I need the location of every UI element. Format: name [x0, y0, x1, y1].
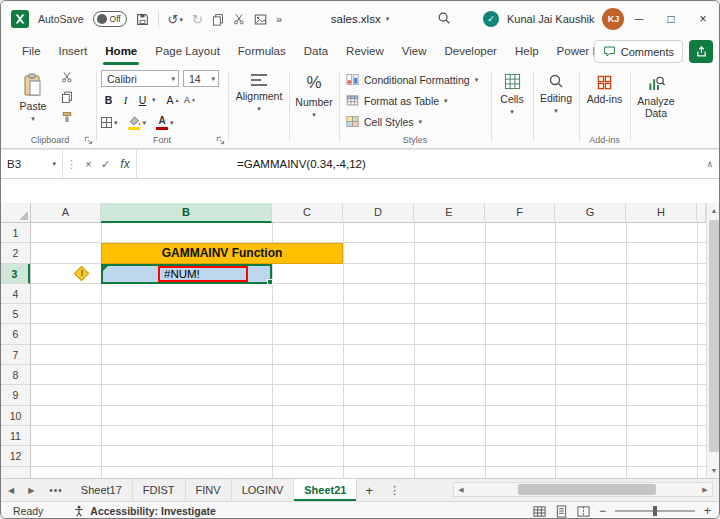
enter-button[interactable]: ✓ [97, 158, 114, 171]
font-color-button[interactable]: A ▾ [156, 116, 174, 130]
decrease-font-button[interactable]: A▼ [183, 92, 198, 108]
number-button[interactable]: % Number ▾ [290, 65, 338, 148]
undo-button[interactable]: ↺ ▾ [168, 13, 183, 26]
bold-button[interactable]: B [101, 92, 116, 108]
row-header-2[interactable]: 2 [1, 243, 30, 263]
alignment-button[interactable]: Alignment ▾ [229, 65, 289, 148]
sheet-tab-sheet17[interactable]: Sheet17 [71, 479, 133, 501]
row-header-1[interactable]: 1 [1, 223, 30, 243]
underline-button[interactable]: U [135, 92, 150, 108]
more-sheets-icon[interactable]: ••• [41, 479, 71, 501]
vertical-scrollbar-thumb[interactable] [709, 220, 719, 452]
editing-button[interactable]: Editing ▾ [534, 65, 578, 148]
copy-button[interactable] [61, 91, 73, 103]
scroll-left-icon[interactable]: ◀ [454, 486, 468, 494]
formula-input[interactable]: =GAMMAINV(0.34,-4,12) [237, 158, 366, 170]
page-layout-view-icon[interactable] [555, 505, 568, 518]
row-header-12[interactable]: 12 [1, 446, 30, 466]
scroll-right-icon[interactable]: ▶ [698, 486, 712, 494]
column-header-g[interactable]: G [555, 203, 626, 223]
sheet-tab-fdist[interactable]: FDIST [133, 479, 186, 501]
analyze-data-button[interactable]: Analyze Data [631, 65, 681, 148]
column-header-a[interactable]: A [31, 203, 101, 223]
cancel-button[interactable]: × [80, 158, 97, 170]
normal-view-icon[interactable] [533, 505, 546, 518]
share-button[interactable] [689, 40, 713, 63]
increase-font-button[interactable]: A▲ [166, 92, 181, 108]
row-header-11[interactable]: 11 [1, 426, 30, 446]
font-dialog-launcher-icon[interactable] [216, 136, 225, 145]
cells-button[interactable]: Cells ▾ [492, 65, 532, 148]
document-title[interactable]: sales.xlsx ▾ [331, 1, 389, 37]
page-break-view-icon[interactable] [577, 505, 590, 518]
format-painter-button[interactable] [61, 111, 73, 123]
previous-sheet-icon[interactable]: ◀ [1, 479, 21, 501]
comments-button[interactable]: Comments [594, 40, 683, 63]
column-header-f[interactable]: F [485, 203, 555, 223]
sheet-options-icon[interactable]: ⋮ [381, 479, 408, 501]
clipboard-dialog-launcher-icon[interactable] [84, 136, 93, 145]
more-commands-button[interactable]: » [276, 14, 282, 25]
tab-developer[interactable]: Developer [436, 37, 506, 65]
formula-bar-handle[interactable]: ⋮ [63, 158, 80, 171]
font-size-combo[interactable]: 14▾ [183, 70, 219, 87]
row-header-5[interactable]: 5 [1, 304, 30, 324]
font-family-combo[interactable]: Calibri▾ [101, 70, 179, 87]
tab-home[interactable]: Home [96, 37, 146, 65]
insert-function-button[interactable]: fx [114, 157, 136, 171]
row-header-3[interactable]: 3 [1, 264, 30, 284]
new-sheet-button[interactable]: + [357, 479, 381, 501]
scroll-down-icon[interactable]: ▼ [707, 463, 720, 478]
row-header-6[interactable]: 6 [1, 324, 30, 344]
select-all-corner[interactable] [1, 203, 31, 223]
tab-view[interactable]: View [393, 37, 436, 65]
maximize-button[interactable]: □ [655, 1, 687, 37]
column-header-b[interactable]: B [101, 203, 272, 223]
italic-button[interactable]: I [118, 92, 133, 108]
row-header-9[interactable]: 9 [1, 385, 30, 405]
minimize-button[interactable]: ─ [623, 1, 655, 37]
redo-button[interactable]: ↻ [192, 13, 203, 26]
tab-data[interactable]: Data [295, 37, 337, 65]
column-header-c[interactable]: C [272, 203, 343, 223]
error-options-button[interactable]: ! [75, 267, 89, 281]
horizontal-scrollbar[interactable]: ◀ ▶ [453, 482, 713, 497]
row-header-8[interactable]: 8 [1, 365, 30, 385]
banner-cell-b2[interactable]: GAMMAINV Function [101, 243, 343, 263]
zoom-in-button[interactable]: + [704, 504, 711, 518]
row-header-10[interactable]: 10 [1, 406, 30, 426]
tab-page-layout[interactable]: Page Layout [146, 37, 229, 65]
next-sheet-icon[interactable]: ▶ [21, 479, 41, 501]
tab-insert[interactable]: Insert [50, 37, 97, 65]
column-header-h[interactable]: H [626, 203, 697, 223]
name-box[interactable]: B3 ▾ [1, 150, 63, 178]
borders-button[interactable]: ▾ [101, 117, 118, 128]
save-button[interactable] [136, 13, 149, 26]
cells-area[interactable]: GAMMAINV Function #NUM! ! [31, 223, 706, 478]
picture-button[interactable] [254, 13, 267, 26]
tab-help[interactable]: Help [506, 37, 548, 65]
format-as-table-button[interactable]: Format as Table ▾ [340, 90, 490, 111]
cut-button[interactable] [233, 13, 245, 25]
tab-formulas[interactable]: Formulas [229, 37, 295, 65]
copy-button[interactable] [212, 13, 224, 26]
user-name[interactable]: Kunal Jai Kaushik [507, 13, 594, 25]
row-header-7[interactable]: 7 [1, 345, 30, 365]
sheet-tab-finv[interactable]: FINV [186, 479, 232, 501]
zoom-out-button[interactable]: − [599, 504, 606, 518]
column-header-partial[interactable] [697, 203, 706, 223]
close-button[interactable]: × [687, 1, 719, 37]
selected-cell-b3[interactable]: #NUM! [101, 264, 272, 285]
zoom-slider-thumb[interactable] [653, 506, 657, 516]
scroll-up-icon[interactable]: ▲ [707, 203, 720, 218]
horizontal-scrollbar-thumb[interactable] [518, 484, 656, 495]
excel-app-icon[interactable] [11, 10, 29, 28]
row-header-4[interactable]: 4 [1, 284, 30, 304]
collapse-formula-bar-icon[interactable]: ∧ [706, 159, 713, 169]
cut-button[interactable] [61, 71, 73, 83]
zoom-slider[interactable] [615, 510, 695, 512]
sheet-tab-sheet21[interactable]: Sheet21 [294, 479, 357, 501]
search-icon[interactable] [437, 11, 451, 25]
fill-handle[interactable] [267, 279, 273, 285]
cell-styles-button[interactable]: Cell Styles ▾ [340, 111, 490, 132]
